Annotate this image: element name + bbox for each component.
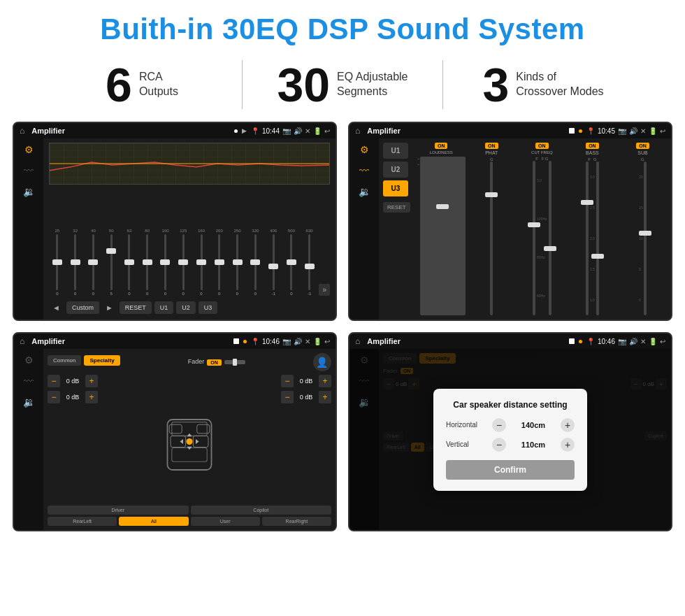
camera-icon3: 📷 xyxy=(282,338,291,345)
bass-slider-1[interactable] xyxy=(586,162,589,315)
crossover-sidebar-sliders-icon[interactable]: ⚙ xyxy=(360,144,369,155)
confirm-button[interactable]: Confirm xyxy=(446,460,575,480)
eq-track-160[interactable] xyxy=(201,234,203,290)
loudness-on-btn[interactable]: ON xyxy=(435,143,448,149)
back-icon[interactable]: ↩ xyxy=(324,127,330,135)
fader-db-value-2: 0 dB xyxy=(62,394,83,401)
dialog-vertical-value: 110cm xyxy=(510,440,556,449)
fader-time: 10:46 xyxy=(262,338,280,345)
dialog-vertical-plus[interactable]: + xyxy=(561,438,575,452)
eq-sidebar-sliders-icon[interactable]: ⚙ xyxy=(24,144,34,155)
dialog-vertical-minus[interactable]: − xyxy=(492,438,506,452)
fader-db-minus-2[interactable]: − xyxy=(48,391,60,403)
fader-db-minus-1[interactable]: − xyxy=(48,375,60,387)
eq-track-40[interactable] xyxy=(92,234,94,290)
fader-db-plus-3[interactable]: + xyxy=(319,375,331,387)
home-icon[interactable]: ⌂ xyxy=(20,126,24,136)
back-icon3[interactable]: ↩ xyxy=(324,338,330,345)
loudness-slider[interactable] xyxy=(420,157,466,315)
fader-sidebar-speaker-icon[interactable]: 🔉 xyxy=(23,396,35,408)
stats-row: 6 RCAOutputs 30 EQ AdjustableSegments 3 … xyxy=(0,53,685,122)
eq-col-40: 40 0 xyxy=(85,229,102,296)
cutfreq-slider-2[interactable] xyxy=(549,161,551,315)
bass-on-btn[interactable]: ON xyxy=(586,143,599,149)
stat-label-eq: EQ AdjustableSegments xyxy=(337,70,408,99)
phat-on-btn[interactable]: ON xyxy=(485,143,498,149)
crossover-sidebar-speaker-icon[interactable]: 🔉 xyxy=(359,186,370,197)
sub-on-btn[interactable]: ON xyxy=(636,143,649,149)
eq-track-500[interactable] xyxy=(290,234,292,290)
crossover-reset-button[interactable]: RESET xyxy=(383,202,410,213)
eq-track-25[interactable] xyxy=(56,234,58,290)
eq-track-63[interactable] xyxy=(128,234,130,290)
dialog-home-icon[interactable]: ⌂ xyxy=(355,336,360,346)
eq-u1-button[interactable]: U1 xyxy=(154,301,174,314)
eq-reset-button[interactable]: RESET xyxy=(120,301,152,314)
phat-slider[interactable] xyxy=(490,162,493,315)
stat-number-rca: 6 xyxy=(106,61,132,108)
eq-track-50[interactable] xyxy=(110,234,113,290)
cutfreq-on-btn[interactable]: ON xyxy=(535,143,549,149)
eq-col-125: 125 0 xyxy=(175,229,192,296)
crossover-u1-button[interactable]: U1 xyxy=(383,143,408,159)
crossover-sidebar-wave-icon[interactable]: 〰 xyxy=(359,165,369,176)
fader-rearleft-button[interactable]: RearLeft xyxy=(48,517,117,526)
eq-next-arrow[interactable]: ► xyxy=(102,301,117,314)
fader-user-button[interactable]: User xyxy=(191,517,260,526)
fader-home-icon[interactable]: ⌂ xyxy=(20,336,24,346)
dialog-horizontal-plus[interactable]: + xyxy=(561,418,575,432)
eq-sidebar-speaker-icon[interactable]: 🔉 xyxy=(23,186,35,197)
ch-loudness: ON LOUDNESS ~~ xyxy=(417,143,466,315)
fader-db-minus-4[interactable]: − xyxy=(281,391,294,403)
eq-track-630[interactable] xyxy=(308,234,310,290)
loudness-labels: ~~ xyxy=(417,157,420,315)
sub-slider[interactable] xyxy=(644,162,647,315)
eq-track-100[interactable] xyxy=(164,234,166,290)
fader-db-plus-1[interactable]: + xyxy=(85,375,98,387)
svg-point-8 xyxy=(187,438,193,445)
crossover-u3-button[interactable]: U3 xyxy=(383,180,408,196)
dialog-horizontal-minus[interactable]: − xyxy=(492,418,506,432)
fader-bottom-buttons-2: RearLeft All User RearRight xyxy=(48,517,331,526)
u-buttons-group: U1 U2 U3 RESET xyxy=(383,143,410,315)
fader-driver-button[interactable]: Driver xyxy=(48,506,189,515)
fader-db-minus-3[interactable]: − xyxy=(281,375,294,387)
eq-u3-button[interactable]: U3 xyxy=(199,301,218,314)
back-icon4[interactable]: ↩ xyxy=(660,338,665,345)
eq-custom-button[interactable]: Custom xyxy=(66,301,99,314)
eq-u2-button[interactable]: U2 xyxy=(176,301,196,314)
fader-copilot-button[interactable]: Copilot xyxy=(191,506,332,515)
camera-icon4: 📷 xyxy=(618,338,626,345)
eq-sidebar-wave-icon[interactable]: 〰 xyxy=(24,165,34,176)
eq-track-80[interactable] xyxy=(146,234,148,290)
eq-track-320[interactable] xyxy=(254,234,257,290)
eq-track-250[interactable] xyxy=(236,234,238,290)
eq-track-400[interactable] xyxy=(273,234,275,290)
bass-slider-2[interactable] xyxy=(596,162,599,315)
fader-mini-slider[interactable] xyxy=(224,360,245,364)
eq-track-32[interactable] xyxy=(74,234,76,290)
fader-body: − 0 dB + − 0 dB + xyxy=(48,375,331,502)
cutfreq-slider-1[interactable] xyxy=(533,161,535,315)
eq-track-200[interactable] xyxy=(218,234,220,290)
fader-tab-common[interactable]: Common xyxy=(48,355,81,366)
dialog-title: Car speaker distance setting xyxy=(446,400,575,410)
fader-db-value-3: 0 dB xyxy=(296,378,317,385)
fader-rearright-button[interactable]: RearRight xyxy=(262,517,331,526)
fader-sidebar-wave-icon[interactable]: 〰 xyxy=(24,375,34,387)
back-icon2[interactable]: ↩ xyxy=(660,127,665,135)
crossover-home-icon[interactable]: ⌂ xyxy=(355,126,360,136)
fader-db-plus-2[interactable]: + xyxy=(85,391,98,403)
crossover-u2-button[interactable]: U2 xyxy=(383,162,408,178)
fader-all-button[interactable]: All xyxy=(119,517,188,526)
dialog-horizontal-row: Horizontal − 140cm + xyxy=(446,418,575,432)
fader-orange-dot-icon xyxy=(243,340,247,343)
fader-on-button[interactable]: ON xyxy=(207,359,222,366)
eq-expand-button[interactable]: » xyxy=(319,284,330,296)
eq-prev-arrow[interactable]: ◄ xyxy=(49,301,64,314)
eq-track-125[interactable] xyxy=(182,234,185,290)
fader-db-plus-4[interactable]: + xyxy=(319,391,331,403)
fader-tab-specialty[interactable]: Specialty xyxy=(84,355,120,366)
eq-graph xyxy=(49,143,330,185)
fader-sidebar-eq-icon[interactable]: ⚙ xyxy=(24,354,34,366)
